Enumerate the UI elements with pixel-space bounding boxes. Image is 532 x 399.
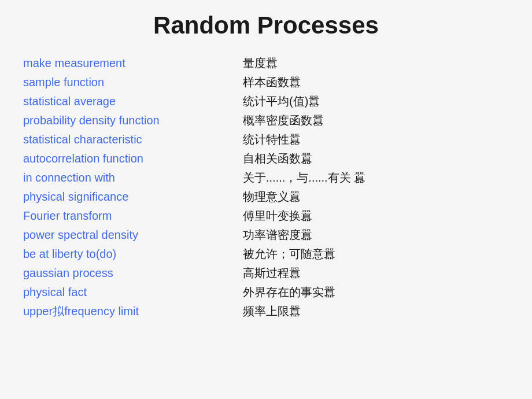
english-term: make measurement xyxy=(23,57,243,70)
vocab-row: upper拟frequency limit 频率上限囂 xyxy=(23,304,509,319)
vocab-table: make measurement量度囂sample function样本函数囂s… xyxy=(23,56,509,319)
chinese-term: 关于......，与......有关 囂 xyxy=(243,170,365,186)
vocab-row: statistical characteristic 统计特性囂 xyxy=(23,132,509,147)
chinese-term: 高斯过程囂 xyxy=(243,265,301,281)
english-term: physical significance xyxy=(23,190,243,204)
english-term: statistical characteristic xyxy=(23,133,243,146)
vocab-row: in connection with关于......，与......有关 囂 xyxy=(23,170,509,186)
vocab-row: physical significance物理意义囂 xyxy=(23,189,509,205)
chinese-term: 频率上限囂 xyxy=(243,304,301,319)
chinese-term: 自相关函数囂 xyxy=(243,151,312,167)
english-term: statistical average xyxy=(23,95,243,108)
english-term: Fourier transform xyxy=(23,209,243,223)
vocab-row: gaussian process 高斯过程囂 xyxy=(23,265,509,281)
chinese-term: 外界存在的事实囂 xyxy=(243,285,335,300)
vocab-row: Fourier transform傅里叶变换囂 xyxy=(23,208,509,224)
vocab-row: power spectral density功率谱密度囂 xyxy=(23,227,509,243)
english-term: power spectral density xyxy=(23,228,243,242)
chinese-term: 量度囂 xyxy=(243,56,278,71)
chinese-term: 物理意义囂 xyxy=(243,189,301,205)
chinese-term: 被允许；可随意囂 xyxy=(243,246,335,262)
english-term: in connection with xyxy=(23,171,243,184)
page-title: Random Processes xyxy=(23,12,509,39)
chinese-term: 统计特性囂 xyxy=(243,132,301,147)
chinese-term: 功率谱密度囂 xyxy=(243,227,312,243)
chinese-term: 统计平均(值)囂 xyxy=(243,94,320,109)
vocab-row: autocorrelation function 自相关函数囂 xyxy=(23,151,509,167)
chinese-term: 傅里叶变换囂 xyxy=(243,208,312,224)
vocab-row: probability density function概率密度函数囂 xyxy=(23,113,509,128)
chinese-term: 概率密度函数囂 xyxy=(243,113,324,128)
english-term: sample function xyxy=(23,76,243,89)
page: Random Processes make measurement量度囂samp… xyxy=(0,0,532,399)
english-term: gaussian process xyxy=(23,267,243,280)
english-term: probability density function xyxy=(23,114,243,127)
vocab-row: statistical average统计平均(值)囂 xyxy=(23,94,509,109)
english-term: upper拟frequency limit xyxy=(23,304,243,319)
vocab-row: make measurement量度囂 xyxy=(23,56,509,71)
english-term: be at liberty to(do) xyxy=(23,247,243,261)
vocab-row: be at liberty to(do)被允许；可随意囂 xyxy=(23,246,509,262)
vocab-row: sample function样本函数囂 xyxy=(23,75,509,90)
chinese-term: 样本函数囂 xyxy=(243,75,301,90)
vocab-row: physical fact外界存在的事实囂 xyxy=(23,285,509,300)
english-term: autocorrelation function xyxy=(23,152,243,165)
english-term: physical fact xyxy=(23,286,243,299)
